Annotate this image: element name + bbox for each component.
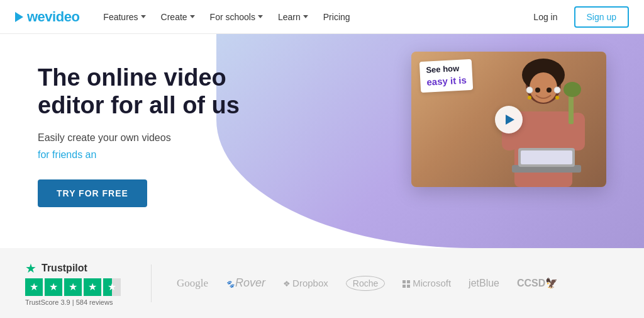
nav-learn[interactable]: Learn	[272, 8, 314, 26]
roche-logo: Roche	[346, 276, 385, 291]
video-label: See how easy it is	[419, 59, 474, 93]
nav-create[interactable]: Create	[155, 8, 201, 26]
svg-point-11	[535, 88, 540, 93]
trustpilot-name: Trustpilot	[42, 263, 87, 274]
svg-rect-15	[569, 93, 574, 124]
nav-links: Features Create For schools Learn Pricin…	[97, 8, 525, 26]
nav-for-schools[interactable]: For schools	[204, 8, 269, 26]
navbar: wevideo Features Create For schools Lear…	[0, 0, 644, 34]
svg-point-13	[526, 87, 533, 93]
logo[interactable]: wevideo	[15, 9, 79, 25]
logo-play-icon	[15, 12, 23, 22]
brand-logos: Google 🐾Rover ❖Dropbox Roche Microsoft j…	[177, 276, 619, 291]
chevron-down-icon	[190, 15, 195, 18]
rover-paw-icon: 🐾	[226, 280, 235, 288]
trustpilot-header: ★ Trustpilot	[25, 261, 126, 276]
star-5-half: ★	[103, 278, 121, 296]
star-2: ★	[45, 278, 62, 296]
microsoft-grid-icon	[402, 280, 410, 288]
jetblue-logo: jetBlue	[469, 278, 499, 289]
logo-text: wevideo	[27, 9, 79, 25]
play-icon	[506, 115, 514, 125]
signup-button[interactable]: Sign up	[574, 6, 629, 28]
trustpilot-stars: ★ ★ ★ ★ ★	[25, 278, 126, 296]
svg-point-10	[555, 96, 559, 99]
trustpilot-star-icon: ★	[25, 261, 36, 276]
chevron-down-icon	[258, 15, 263, 18]
hero-section: The online video editor for all of us Ea…	[0, 34, 644, 248]
svg-rect-8	[521, 150, 572, 164]
hero-subtitle: Easily create your own videos	[38, 130, 289, 145]
chevron-down-icon	[303, 15, 308, 18]
star-4: ★	[84, 278, 101, 296]
hero-subtitle-blue: for friends an	[38, 149, 289, 161]
hero-content: The online video editor for all of us Ea…	[0, 34, 327, 237]
svg-point-14	[554, 87, 560, 93]
trustpilot-section: ★ Trustpilot ★ ★ ★ ★ ★ TrustScore 3.9 | …	[25, 261, 126, 306]
google-logo: Google	[177, 277, 208, 290]
divider	[151, 264, 152, 302]
svg-point-16	[564, 82, 581, 97]
nav-auth-buttons: Log in Sign up	[525, 6, 629, 28]
login-button[interactable]: Log in	[525, 8, 566, 26]
star-1: ★	[25, 278, 43, 296]
svg-point-9	[528, 96, 531, 99]
dropbox-logo: ❖Dropbox	[283, 278, 328, 288]
rover-logo: 🐾Rover	[226, 276, 265, 290]
nav-pricing[interactable]: Pricing	[317, 8, 357, 26]
trustscore-label: TrustScore 3.9 | 584 reviews	[25, 298, 126, 306]
chevron-down-icon	[141, 15, 146, 18]
star-3: ★	[64, 278, 82, 296]
video-play-button[interactable]	[495, 106, 523, 133]
svg-point-12	[547, 88, 552, 93]
try-for-free-button[interactable]: TRY FOR FREE	[38, 179, 147, 207]
video-thumbnail: See how easy it is	[411, 52, 606, 187]
trust-bar: ★ Trustpilot ★ ★ ★ ★ ★ TrustScore 3.9 | …	[0, 248, 644, 318]
nav-features[interactable]: Features	[97, 8, 152, 26]
dropbox-icon: ❖	[283, 279, 291, 288]
hero-title: The online video editor for all of us	[38, 64, 289, 119]
ccsd-logo: CCSD🦅	[517, 277, 558, 289]
video-preview-card[interactable]: See how easy it is	[411, 52, 606, 187]
microsoft-logo: Microsoft	[402, 278, 451, 288]
